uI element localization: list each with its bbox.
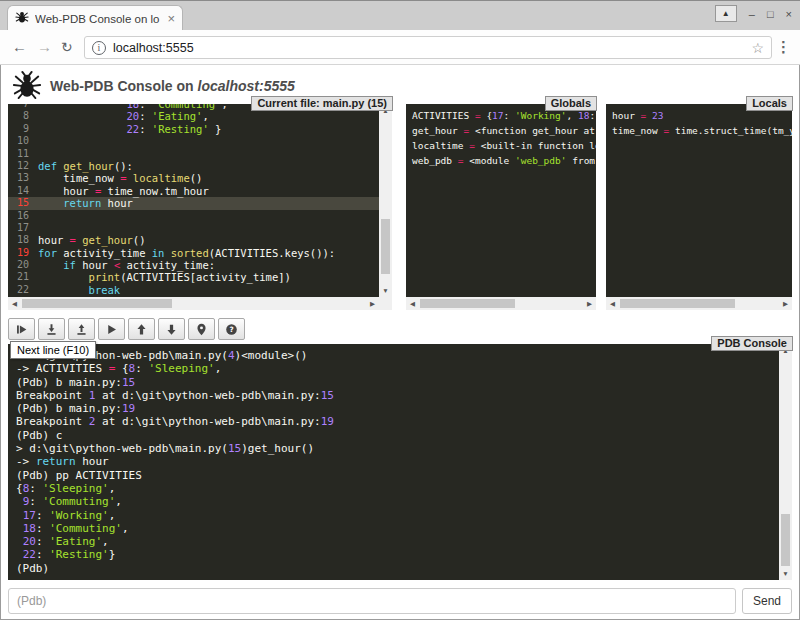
locals-hscroll-thumb[interactable] <box>620 299 735 308</box>
map-marker-icon <box>195 323 208 336</box>
pdb-command-input[interactable] <box>8 588 736 614</box>
next-line-icon <box>15 323 28 336</box>
globals-line: web_pdb = <module 'web_pdb' from ' <box>412 153 596 168</box>
globals-panel: Globals ACTIVITIES = {17: 'Working', 18:… <box>406 104 596 310</box>
page-title-host: localhost:5555 <box>198 78 295 94</box>
console-line: 22: 'Resting'} <box>16 548 779 561</box>
line-number: 15 <box>8 197 38 209</box>
globals-view: ACTIVITIES = {17: 'Working', 18: 'get_ho… <box>406 104 596 297</box>
code-vertical-scrollbar[interactable]: ▲ ▼ <box>379 104 392 297</box>
step-into-button[interactable] <box>38 318 65 340</box>
code-line: 8 20: 'Eating', <box>8 110 379 122</box>
page-info-icon[interactable]: i <box>92 41 106 55</box>
titlebar-up-arrow-button[interactable]: ▲ <box>715 5 737 22</box>
scroll-right-icon[interactable]: ▶ <box>583 297 596 310</box>
down-arrow-icon <box>165 323 178 336</box>
locals-horizontal-scrollbar[interactable]: ◀ ▶ <box>606 297 792 310</box>
console-line: -> ACTIVITIES = {8: 'Sleeping', <box>16 362 779 375</box>
console-line: -> return hour <box>16 455 779 468</box>
code-line: 10 <box>8 135 379 147</box>
locals-view: hour = 23time_now = time.struct_time(tm_… <box>606 104 792 297</box>
back-button[interactable]: ← <box>12 38 27 55</box>
console-line: Breakpoint 2 at d:\git\python-web-pdb\ma… <box>16 415 779 428</box>
locals-panel: Locals hour = 23time_now = time.struct_t… <box>606 104 792 310</box>
console-line: > d:\git\python-web-pdb\main.py(4)<modul… <box>16 349 779 362</box>
code-line: 12def get_hour(): <box>8 160 379 172</box>
browser-tab[interactable]: Web-PDB Console on lo × <box>7 5 183 31</box>
continue-icon <box>105 323 118 336</box>
next-line-button[interactable] <box>8 318 35 340</box>
down-arrow-button[interactable] <box>158 318 185 340</box>
line-number: 8 <box>8 110 38 122</box>
svg-text:?: ? <box>229 325 233 334</box>
console-line: (Pdb) b main.py:19 <box>16 402 779 415</box>
scroll-left-icon[interactable]: ◀ <box>606 297 619 310</box>
maximize-button[interactable]: □ <box>767 6 774 22</box>
globals-line: localtime = <built-in function loca <box>412 138 596 153</box>
console-line: 9: 'Commuting', <box>16 495 779 508</box>
up-arrow-button[interactable] <box>128 318 155 340</box>
url-text[interactable]: localhost:5555 <box>113 41 751 55</box>
map-marker-button[interactable] <box>188 318 215 340</box>
code-hscroll-thumb[interactable] <box>22 299 172 308</box>
line-number: 21 <box>8 271 38 283</box>
refresh-button[interactable]: ↻ <box>61 39 73 55</box>
forward-button[interactable]: → <box>37 38 52 55</box>
page-title: Web-PDB Console on localhost:5555 <box>50 78 295 94</box>
code-line: 9 22: 'Resting' } <box>8 123 379 135</box>
scroll-down-icon[interactable]: ▼ <box>779 567 792 580</box>
tab-close-icon[interactable]: × <box>167 12 175 25</box>
line-number: 19 <box>8 247 38 259</box>
locals-caption: Locals <box>746 96 793 111</box>
browser-titlebar: Web-PDB Console on lo × ▲ – □ × <box>0 0 800 30</box>
code-line: 22 break <box>8 284 379 296</box>
console-line: 17: 'Working', <box>16 509 779 522</box>
scroll-right-icon[interactable]: ▶ <box>366 297 379 310</box>
code-horizontal-scrollbar[interactable]: ◀ ▶ <box>8 297 379 310</box>
pdb-console-panel: PDB Console > d:\git\python-web-pdb\main… <box>8 344 792 580</box>
globals-horizontal-scrollbar[interactable]: ◀ ▶ <box>406 297 596 310</box>
code-vscroll-thumb[interactable] <box>381 219 390 274</box>
step-into-icon <box>45 323 58 336</box>
tab-title: Web-PDB Console on lo <box>35 13 161 25</box>
line-number: 9 <box>8 123 38 135</box>
scrollbar-corner <box>379 297 392 310</box>
line-number: 14 <box>8 185 38 197</box>
window-close-button[interactable]: × <box>786 6 792 22</box>
address-bar[interactable]: i localhost:5555 ☆ <box>84 36 772 59</box>
code-line: 16 <box>8 210 379 222</box>
locals-line: time_now = time.struct_time(tm_yea <box>612 123 792 138</box>
continue-button[interactable] <box>98 318 125 340</box>
line-number: 10 <box>8 135 38 147</box>
code-line: 19for activity_time in sorted(ACTIVITIES… <box>8 247 379 259</box>
bookmark-star-icon[interactable]: ☆ <box>751 40 764 56</box>
current-file-caption: Current file: main.py (15) <box>251 96 393 111</box>
minimize-button[interactable]: – <box>749 6 755 22</box>
scroll-right-icon[interactable]: ▶ <box>779 297 792 310</box>
current-file-panel: Current file: main.py (15) 7 18: 'Commut… <box>8 104 392 310</box>
console-vscroll-thumb[interactable] <box>781 514 790 566</box>
scroll-down-icon[interactable]: ▼ <box>379 284 392 297</box>
scroll-left-icon[interactable]: ◀ <box>406 297 419 310</box>
up-arrow-icon <box>135 323 148 336</box>
next-line-tooltip: Next line (F10) <box>10 341 96 359</box>
window-controls: ▲ – □ × <box>715 5 792 22</box>
code-line: 15 return hour <box>8 197 379 209</box>
scroll-left-icon[interactable]: ◀ <box>8 297 21 310</box>
code-line: 14 hour = time_now.tm_hour <box>8 185 379 197</box>
code-view: 7 18: 'Commuting',8 20: 'Eating',9 22: '… <box>8 104 379 297</box>
send-button[interactable]: Send <box>742 588 792 614</box>
step-out-icon <box>75 323 88 336</box>
step-out-button[interactable] <box>68 318 95 340</box>
line-number: 17 <box>8 222 38 234</box>
console-vertical-scrollbar[interactable]: ▲ ▼ <box>779 344 792 580</box>
line-number: 13 <box>8 172 38 184</box>
line-number: 16 <box>8 210 38 222</box>
browser-menu-icon[interactable]: ⋮ <box>776 38 791 56</box>
line-number: 22 <box>8 284 38 296</box>
console-line: 20: 'Eating', <box>16 535 779 548</box>
globals-hscroll-thumb[interactable] <box>420 299 515 308</box>
globals-caption: Globals <box>545 96 597 111</box>
console-line: {8: 'Sleeping', <box>16 482 779 495</box>
help-button[interactable]: ? <box>218 318 245 340</box>
